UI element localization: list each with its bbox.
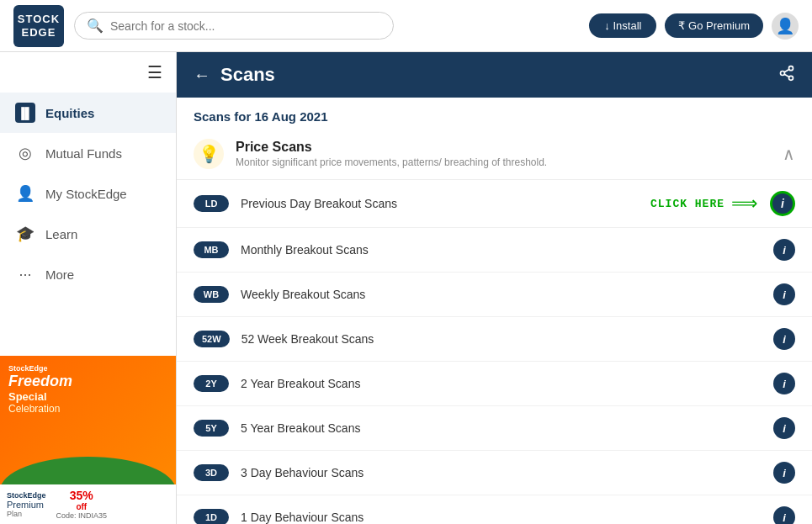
sidebar-item-equities[interactable]: ▐▌ Equities [0, 93, 176, 133]
scan-label-52w: 52 Week Breakout Scans [241, 332, 762, 346]
back-button[interactable]: ← [194, 66, 210, 85]
learn-icon: 🎓 [15, 224, 35, 244]
scan-badge-5y: 5Y [194, 420, 229, 437]
sidebar-item-more[interactable]: ··· More [0, 254, 176, 294]
ad-brand: StockEdge [8, 364, 167, 373]
section-title: Price Scans [236, 140, 771, 155]
scan-badge-ld: LD [194, 195, 229, 212]
scan-label-2y: 2 Year Breakout Scans [241, 377, 762, 390]
click-here-text: CLICK HERE [650, 198, 724, 210]
info-button-5y[interactable]: i [773, 417, 795, 439]
info-button-mb[interactable]: i [773, 239, 795, 261]
person-icon: 👤 [15, 183, 35, 204]
content-area: ← Scans Scans for 16 Aug 2021 💡 Price Sc… [177, 52, 812, 524]
chevron-up-icon[interactable]: ∧ [783, 144, 795, 164]
scans-date: Scans for 16 Aug 2021 [177, 98, 812, 129]
logo: STOCK EDGE [13, 5, 64, 47]
green-arrow-icon: ⟹ [731, 194, 758, 213]
scan-item-3d[interactable]: 3D 3 Day Behaviour Scans i [177, 451, 812, 495]
ad-off-label: off [76, 502, 87, 511]
main-layout: ☰ ▐▌ Equities ◎ Mutual Funds 👤 My StockE… [0, 52, 812, 524]
bulb-icon: 💡 [194, 139, 224, 169]
sidebar-item-mutual-funds[interactable]: ◎ Mutual Funds [0, 133, 176, 173]
ad-plan-label: Plan [7, 510, 46, 518]
mutual-funds-icon: ◎ [15, 143, 35, 163]
ad-stockedge-label: StockEdge [7, 491, 46, 500]
install-button[interactable]: ↓ Install [589, 13, 656, 38]
search-input[interactable] [110, 19, 381, 33]
info-button-2y[interactable]: i [773, 373, 795, 394]
scan-item-2y[interactable]: 2Y 2 Year Breakout Scans i [177, 362, 812, 406]
scan-item-ld[interactable]: LD Previous Day Breakout Scans CLICK HER… [177, 180, 812, 228]
click-here-annotation: CLICK HERE ⟹ [650, 194, 758, 213]
scan-item-1d[interactable]: 1D 1 Day Behaviour Scans i [177, 495, 812, 524]
scan-item-5y[interactable]: 5Y 5 Year Breakout Scans i [177, 406, 812, 451]
scan-item-52w[interactable]: 52W 52 Week Breakout Scans i [177, 317, 812, 362]
ad-code-label: Code: INDIA35 [56, 511, 108, 520]
logo-line2: EDGE [18, 26, 60, 40]
sidebar-item-label-mutual-funds: Mutual Funds [45, 146, 122, 161]
header-actions: ↓ Install ₹ Go Premium 👤 [589, 13, 799, 40]
share-button[interactable] [778, 65, 795, 86]
scan-item-wb[interactable]: WB Weekly Breakout Scans i [177, 273, 812, 317]
scan-badge-wb: WB [194, 286, 229, 303]
top-header: STOCK EDGE 🔍 ↓ Install ₹ Go Premium 👤 [0, 0, 812, 52]
premium-button[interactable]: ₹ Go Premium [665, 13, 763, 38]
scan-label-wb: Weekly Breakout Scans [241, 288, 762, 301]
scan-label-3d: 3 Day Behaviour Scans [241, 466, 762, 479]
scan-label-1d: 1 Day Behaviour Scans [241, 511, 762, 524]
ad-discount-bar: StockEdge Premium Plan 35% off Code: IND… [0, 484, 176, 524]
scan-badge-52w: 52W [194, 331, 230, 347]
arrow-circle: ⟹ [731, 194, 758, 213]
ad-discount-value: 35% [70, 489, 93, 502]
scan-badge-1d: 1D [194, 509, 229, 524]
scans-title: Scans [220, 64, 768, 86]
search-icon: 🔍 [87, 18, 103, 34]
sidebar-item-label-more: More [45, 267, 74, 282]
sidebar-item-label-learn: Learn [45, 227, 77, 241]
section-desc: Monitor significant price movements, pat… [236, 156, 771, 168]
more-icon: ··· [15, 264, 35, 284]
sidebar-item-label-my-stockedge: My StockEdge [45, 187, 127, 201]
scan-badge-mb: MB [194, 241, 229, 258]
sidebar-item-label-equities: Equities [45, 106, 94, 120]
ad-special: Special [8, 390, 167, 403]
hamburger-menu[interactable]: ☰ [0, 52, 176, 93]
sidebar-item-learn[interactable]: 🎓 Learn [0, 214, 176, 254]
ad-celebration: Celebration [8, 403, 167, 415]
search-bar[interactable]: 🔍 [74, 12, 394, 40]
info-button-3d[interactable]: i [773, 462, 795, 484]
sidebar: ☰ ▐▌ Equities ◎ Mutual Funds 👤 My StockE… [0, 52, 177, 524]
scan-item-mb[interactable]: MB Monthly Breakout Scans i [177, 228, 812, 273]
svg-line-3 [784, 74, 789, 77]
user-avatar[interactable]: 👤 [772, 13, 799, 40]
info-button-ld-highlighted[interactable]: i [770, 191, 795, 216]
scan-label-ld: Previous Day Breakout Scans [241, 197, 639, 210]
svg-line-4 [784, 69, 789, 71]
info-button-1d[interactable]: i [773, 506, 795, 524]
sidebar-item-my-stockedge[interactable]: 👤 My StockEdge [0, 173, 176, 214]
logo-line1: STOCK [18, 13, 60, 26]
share-icon [778, 65, 795, 82]
ad-banner[interactable]: StockEdge Freedom Special Celebration St… [0, 356, 176, 524]
section-info: Price Scans Monitor significant price mo… [236, 140, 771, 168]
info-button-wb[interactable]: i [773, 283, 795, 305]
scan-badge-3d: 3D [194, 464, 229, 481]
price-scans-section-header: 💡 Price Scans Monitor significant price … [177, 129, 812, 180]
ad-freedom: Freedom [8, 373, 167, 390]
scan-badge-2y: 2Y [194, 375, 229, 392]
equities-icon: ▐▌ [15, 103, 35, 123]
scans-header-bar: ← Scans [177, 52, 812, 98]
scan-label-5y: 5 Year Breakout Scans [241, 421, 762, 435]
ad-premium-label: Premium [7, 500, 46, 510]
info-button-52w[interactable]: i [773, 328, 795, 350]
scan-label-mb: Monthly Breakout Scans [241, 243, 762, 257]
scans-content: Scans for 16 Aug 2021 💡 Price Scans Moni… [177, 98, 812, 524]
